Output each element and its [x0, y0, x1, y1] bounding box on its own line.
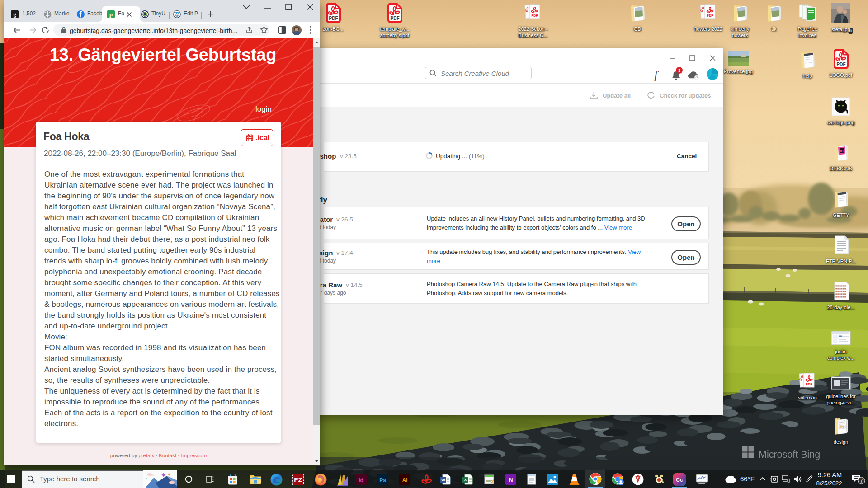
svg-text:W: W — [175, 12, 179, 17]
svg-text:Cc: Cc — [676, 477, 683, 483]
svg-text:Ps: Ps — [379, 477, 386, 483]
svg-text:X: X — [464, 477, 467, 482]
svg-text:7: 7 — [860, 478, 863, 483]
svg-text:Microsoft Bing: Microsoft Bing — [759, 449, 820, 460]
svg-text:3: 3 — [678, 68, 680, 73]
svg-text:N: N — [509, 477, 513, 483]
svg-text:W: W — [441, 477, 445, 482]
svg-text:Ai: Ai — [402, 477, 408, 483]
svg-text:Id: Id — [359, 477, 363, 483]
svg-text:g: g — [13, 11, 16, 18]
svg-text:FZ: FZ — [294, 476, 302, 483]
